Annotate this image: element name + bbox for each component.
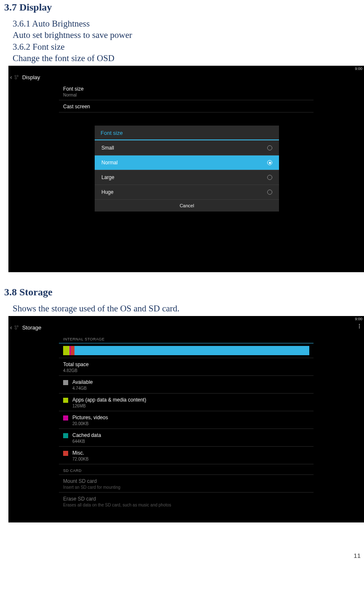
storage-row-mount-sd: Mount SD card Insert an SD card for moun… <box>59 475 314 493</box>
back-icon[interactable]: ‹ <box>10 324 12 331</box>
heading-display: 3.7 Display <box>4 2 360 13</box>
usage-bar <box>63 346 309 355</box>
svg-point-8 <box>17 326 18 327</box>
svg-point-7 <box>15 326 16 327</box>
option-normal[interactable]: Normal <box>95 155 279 170</box>
cancel-button[interactable]: Cancel <box>95 199 279 212</box>
action-bar[interactable]: ‹ Storage <box>8 322 364 333</box>
row-sub: Erases all data on the SD card, such as … <box>63 503 171 507</box>
svg-point-2 <box>15 75 16 77</box>
storage-row-pictures[interactable]: Pictures, videos 20.00KB <box>59 411 314 429</box>
overflow-icon[interactable] <box>359 324 360 328</box>
radio-icon <box>267 145 272 150</box>
status-bar: 9:00 <box>8 316 364 322</box>
screenshot-display: 9:00 ‹ Display Font size Normal Cast scr… <box>8 66 364 272</box>
swatch-icon <box>63 433 68 438</box>
list-item[interactable]: Font size Normal <box>59 83 314 100</box>
text-auto-brightness-heading: 3.6.1 Auto Brightness <box>13 18 360 29</box>
action-bar-title: Display <box>22 74 40 80</box>
swatch-icon <box>63 415 68 421</box>
row-sub: 72.00KB <box>72 457 88 461</box>
dialog-title: Font size <box>95 126 279 140</box>
storage-row-available[interactable]: Available 4.74GB <box>59 376 314 394</box>
action-bar[interactable]: ‹ Display <box>8 72 364 83</box>
option-label: Large <box>101 174 114 180</box>
row-sub: 126MB <box>72 404 146 408</box>
list-item[interactable]: Cast screen <box>59 100 314 112</box>
text-font-size-desc: Change the font size of OSD <box>13 53 360 64</box>
status-bar: 9:00 <box>8 66 364 72</box>
swatch-icon <box>63 398 68 403</box>
usage-bar-row[interactable] <box>59 343 314 358</box>
storage-row-misc[interactable]: Misc. 72.00KB <box>59 447 314 464</box>
row-title: Apps (app data & media content) <box>72 397 146 403</box>
storage-row-total[interactable]: Total space 4.82GB <box>59 358 314 376</box>
option-large[interactable]: Large <box>95 170 279 185</box>
settings-icon <box>13 74 20 80</box>
row-sub: 4.82GB <box>63 368 89 373</box>
settings-icon <box>13 324 20 331</box>
svg-point-9 <box>15 328 16 329</box>
storage-row-erase-sd: Erase SD card Erases all data on the SD … <box>59 493 314 507</box>
row-title: Available <box>72 379 93 385</box>
svg-point-4 <box>15 78 16 79</box>
action-bar-title: Storage <box>22 324 42 331</box>
heading-storage: 3.8 Storage <box>4 287 360 298</box>
row-title: Cast screen <box>63 104 309 110</box>
row-title: Mount SD card <box>63 478 120 484</box>
option-label: Huge <box>101 189 114 195</box>
storage-row-cached[interactable]: Cached data 644KB <box>59 429 314 447</box>
row-sub: Normal <box>63 93 309 97</box>
row-title: Total space <box>63 362 89 367</box>
back-icon[interactable]: ‹ <box>10 74 12 80</box>
row-title: Erase SD card <box>63 496 171 502</box>
section-header-sd: SD CARD <box>59 464 314 475</box>
option-label: Small <box>101 145 114 151</box>
row-title: Misc. <box>72 450 88 456</box>
row-sub: Insert an SD card for mounting <box>63 485 120 490</box>
radio-icon <box>267 190 272 195</box>
radio-icon <box>267 160 272 165</box>
row-sub: 20.00KB <box>72 421 108 426</box>
screenshot-storage: 9:00 ‹ Storage INTERNAL STORAGE T <box>8 316 364 522</box>
svg-point-3 <box>17 75 18 77</box>
option-huge[interactable]: Huge <box>95 185 279 199</box>
text-font-size-heading: 3.6.2 Font size <box>13 41 360 53</box>
radio-icon <box>267 175 272 180</box>
row-sub: 644KB <box>72 439 101 444</box>
row-title: Cached data <box>72 432 101 438</box>
status-time: 9:00 <box>355 67 362 71</box>
row-title: Font size <box>63 86 309 92</box>
option-small[interactable]: Small <box>95 140 279 155</box>
swatch-icon <box>63 380 68 385</box>
status-time: 9:00 <box>355 317 362 321</box>
section-header-internal: INTERNAL STORAGE <box>59 333 314 343</box>
text-storage-desc: Shows the storage used of the OS and SD … <box>13 303 360 314</box>
row-title: Pictures, videos <box>72 415 108 421</box>
page-number: 11 <box>0 522 364 562</box>
swatch-icon <box>63 451 68 456</box>
storage-row-apps[interactable]: Apps (app data & media content) 126MB <box>59 394 314 411</box>
font-size-dialog: Font size Small Normal Large Huge Ca <box>95 126 279 212</box>
row-sub: 4.74GB <box>72 386 93 391</box>
text-auto-brightness-desc: Auto set brightness to save power <box>13 29 360 41</box>
option-label: Normal <box>101 160 118 166</box>
seg-apps <box>63 346 69 355</box>
seg-misc <box>71 346 74 355</box>
